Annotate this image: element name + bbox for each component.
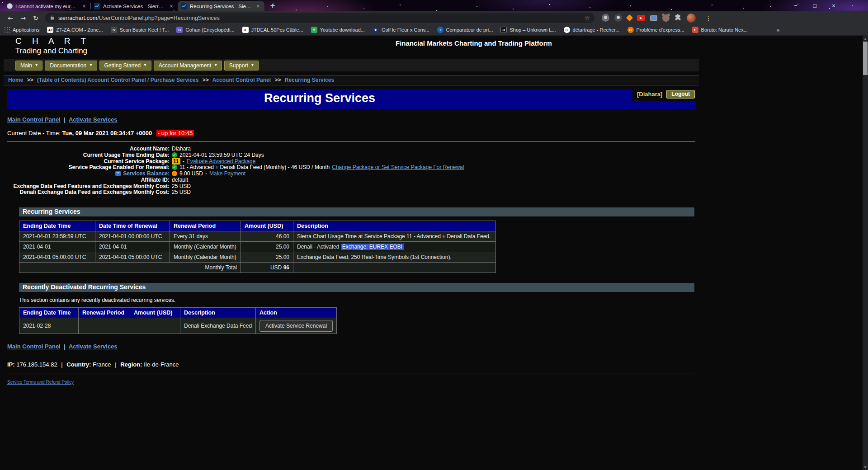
scroll-up-arrow[interactable]: ▲ (863, 36, 868, 42)
cell-renewal: 2021-04-01 00:00:00 UTC (95, 231, 170, 242)
breadcrumb-home-link[interactable]: Home (8, 77, 23, 83)
address-bar[interactable]: sierrachart.com/UserControlPanel.php?pag… (45, 13, 594, 23)
diamond-extension-icon[interactable] (626, 14, 633, 22)
bear-extension-icon[interactable] (662, 14, 670, 22)
menu-documentation[interactable]: Documentation▼ (45, 61, 97, 70)
col-amount: Amount (USD) (130, 308, 180, 318)
bookmark-item[interactable]: a JTDEAL 50Pcs Câble... (242, 27, 303, 33)
cell-description: Denali Exchange Data Feed (180, 318, 256, 334)
profile-avatar[interactable] (687, 14, 696, 23)
screen-extension-icon[interactable] (650, 15, 657, 21)
bookmark-applications[interactable]: Applications (5, 27, 39, 33)
col-amount: Amount (USD) (241, 221, 293, 231)
evaluate-package-link[interactable]: Evaluate Advanced Package (187, 158, 256, 164)
denali-cost-row: Denali Exchange Data Feed and Exchanges … (4, 189, 699, 196)
menu-label: Getting Started (104, 62, 141, 69)
tab-recurring-services-active[interactable]: Recurring Services - Sierra Chart × (178, 1, 264, 11)
region-value: Ile-de-France (144, 361, 179, 368)
url-domain: sierrachart.com (58, 15, 97, 21)
page-title: Recurring Services (7, 91, 632, 105)
bookmark-star-icon[interactable]: ☆ (585, 14, 590, 21)
cell-amount: 25.00 (241, 242, 293, 252)
col-ending-date-time: Ending Date Time (19, 221, 95, 231)
cell-description: Sierra Chart Usage Time at Service Packa… (293, 231, 496, 242)
services-balance-link[interactable]: Services Balance: (123, 170, 170, 177)
col-action: Action (256, 308, 337, 318)
menu-account-management[interactable]: Account Management▼ (154, 61, 222, 70)
bookmark-label: ZT-ZA.COM - Zone... (56, 27, 103, 33)
bookmark-item[interactable]: AZ ZT-ZA.COM - Zone... (47, 27, 103, 33)
scrollbar-thumb[interactable] (863, 42, 868, 75)
url-text: sierrachart.com/UserControlPanel.php?pag… (58, 15, 220, 21)
menu-main[interactable]: Main▼ (15, 61, 42, 70)
scroll-down-arrow[interactable]: ▼ (863, 464, 868, 470)
envelope-icon (115, 171, 121, 176)
table-row: 2021-04-01 2021-04-01 Monthly (Calendar … (19, 242, 496, 252)
breadcrumb-toc-link[interactable]: (Table of Contents) Account Control Pane… (37, 77, 198, 83)
bookmark-item[interactable]: Y Youtube download... (311, 27, 365, 33)
green-check-icon: ✓ (172, 164, 177, 170)
make-payment-link[interactable]: Make Payment (209, 170, 245, 177)
bookmark-favicon-icon: i (437, 27, 443, 33)
main-control-panel-link[interactable]: Main Control Panel (7, 116, 61, 123)
cell-ending: 2021-04-01 05:00:00 UTC (19, 252, 95, 263)
sierra-chart-logo[interactable]: C H A R T Trading and Charting (4, 36, 699, 56)
forward-button[interactable]: → (17, 13, 29, 24)
bookmark-label: Problème d'express... (637, 27, 684, 33)
menu-kebab-icon[interactable]: ⋮ (705, 14, 712, 22)
activate-service-renewal-button[interactable]: Activate Service Renewal (259, 320, 333, 332)
activate-services-link[interactable]: Activate Services (69, 116, 118, 123)
bookmark-item[interactable]: G Gohan (Encyclopédi... (176, 27, 234, 33)
breadcrumb-recurring-services-link[interactable]: Recurring Services (285, 77, 334, 83)
bookmark-item[interactable]: ★ Golf le Fleur x Conv... (373, 27, 429, 33)
bookmark-favicon-icon: F (692, 27, 698, 33)
activate-services-link[interactable]: Activate Services (69, 343, 118, 350)
extension-icon[interactable] (614, 14, 622, 22)
extensions-puzzle-icon[interactable] (675, 14, 682, 23)
tab-title: I cannot activate my eurex EOBI | (15, 4, 78, 9)
reload-button[interactable]: ↻ (30, 13, 42, 24)
bookmark-label: Youtube download... (320, 27, 365, 33)
maximize-button[interactable]: □ (805, 0, 824, 11)
bookmark-item[interactable]: U Shop – Unknown L... (500, 27, 556, 33)
tab-eurex-eobi[interactable]: I cannot activate my eurex EOBI | × (4, 1, 90, 11)
recurring-services-table: Ending Date Time Date Time of Renewal Re… (19, 221, 496, 273)
menu-support[interactable]: Support▼ (224, 61, 259, 70)
cell-description: Denali - Activated Exchange: EUREX EOBI (293, 242, 496, 252)
table-row: 2021-04-01 05:00:00 UTC 2021-04-01 05:00… (19, 252, 496, 263)
tab-close-icon[interactable]: × (81, 3, 87, 9)
breadcrumb-account-control-panel-link[interactable]: Account Control Panel (212, 77, 271, 83)
page-scrollbar[interactable]: ▲ ▼ (863, 36, 868, 470)
bookmark-item[interactable]: G détartrage - Recher... (564, 27, 620, 33)
page-title-banner: Recurring Services [Diahara] Logout (7, 89, 696, 109)
tab-activate-services[interactable]: Activate Services - Sierra Chart × (91, 1, 178, 11)
logout-button[interactable]: Logout (666, 90, 695, 99)
change-package-link[interactable]: Change Package or Set Service Package Fo… (332, 164, 464, 170)
close-window-button[interactable]: × (824, 0, 843, 11)
table-row: 2021-02-28 Denali Exchange Data Feed Act… (19, 318, 337, 334)
cell-ending: 2021-04-01 (19, 242, 95, 252)
bookmark-item[interactable]: i Comparateur de pri... (437, 27, 493, 33)
breadcrumb-separator: >> (27, 77, 33, 83)
bookmark-item[interactable]: S Scan Buster Keel ! T... (111, 27, 169, 33)
bookmark-label: Gohan (Encyclopédi... (185, 27, 234, 33)
cell-ending: 2021-02-28 (19, 318, 79, 334)
monthly-total-amount: USD 96 (241, 263, 293, 273)
menu-getting-started[interactable]: Getting Started▼ (99, 61, 151, 70)
main-control-panel-link[interactable]: Main Control Panel (7, 343, 61, 350)
bookmark-item[interactable]: C Problème d'express... (627, 27, 684, 33)
person-extension-icon[interactable] (602, 14, 609, 22)
tab-close-icon[interactable]: × (255, 3, 261, 9)
youtube-extension-icon[interactable]: ▶ (637, 15, 645, 21)
service-terms-link[interactable]: Service Terms and Refund Policy (7, 380, 74, 385)
cell-renewal: 2021-04-01 (95, 242, 170, 252)
bookmark-item[interactable]: F Boruto: Naruto Nex... (692, 27, 748, 33)
cell-empty (130, 318, 180, 334)
denali-cost-label: Denali Exchange Data Feed and Exchanges … (4, 189, 172, 195)
tab-close-icon[interactable]: × (168, 3, 175, 9)
bookmarks-overflow-icon[interactable]: » (776, 27, 780, 33)
back-button[interactable]: ← (5, 13, 16, 24)
minimize-button[interactable]: ─ (786, 0, 805, 11)
new-tab-button[interactable]: + (267, 1, 278, 11)
bookmark-favicon-icon: C (627, 27, 634, 33)
